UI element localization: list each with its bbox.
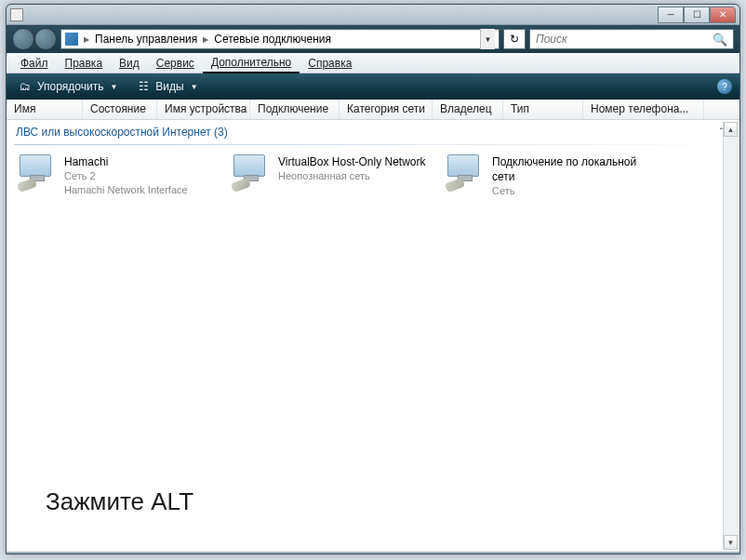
column-header[interactable]: Тип xyxy=(503,100,583,119)
menubar: Файл Правка Вид Сервис Дополнительно Спр… xyxy=(7,53,739,73)
items-container: Hamachi Сеть 2 Hamachi Network Interface… xyxy=(7,149,739,204)
window-icon xyxy=(10,8,23,21)
scroll-down-button[interactable]: ▼ xyxy=(724,535,738,550)
menu-tools[interactable]: Сервис xyxy=(148,54,203,73)
nav-buttons xyxy=(12,28,57,50)
minimize-button[interactable]: ─ xyxy=(658,7,684,23)
views-button[interactable]: ☷ Виды ▼ xyxy=(132,77,201,96)
command-bar: 🗂 Упорядочить ▼ ☷ Виды ▼ ? xyxy=(7,73,739,100)
help-button[interactable]: ? xyxy=(717,79,732,94)
forward-button[interactable] xyxy=(34,28,57,50)
column-header[interactable]: Номер телефона... xyxy=(583,100,704,119)
maximize-button[interactable]: ☐ xyxy=(684,7,710,23)
group-divider xyxy=(14,144,732,145)
item-text: VirtualBox Host-Only Network Неопознанна… xyxy=(278,154,426,183)
titlebar[interactable]: ─ ☐ ✕ xyxy=(7,5,739,25)
network-adapter-icon xyxy=(20,154,57,188)
item-name: VirtualBox Host-Only Network xyxy=(278,154,426,169)
location-icon xyxy=(65,33,78,46)
organize-label: Упорядочить xyxy=(37,80,103,93)
item-name: Подключение по локальной сети xyxy=(492,154,650,184)
scroll-up-button[interactable]: ▲ xyxy=(724,122,738,137)
column-header[interactable]: Имя устройства xyxy=(157,100,250,119)
item-status: Неопознанная сеть xyxy=(278,169,426,183)
connection-item[interactable]: Hamachi Сеть 2 Hamachi Network Interface xyxy=(14,151,228,202)
group-header[interactable]: ЛВС или высокоскоростной Интернет (3) ˆ xyxy=(7,120,739,144)
chevron-down-icon: ▼ xyxy=(191,83,198,91)
menu-edit[interactable]: Правка xyxy=(57,54,112,73)
column-header[interactable]: Владелец xyxy=(433,100,503,119)
item-text: Hamachi Сеть 2 Hamachi Network Interface xyxy=(64,154,188,197)
views-label: Виды xyxy=(155,80,183,93)
column-header[interactable]: Подключение xyxy=(250,100,340,119)
overlay-instruction: Зажмите ALT xyxy=(40,482,203,526)
window-controls: ─ ☐ ✕ xyxy=(658,7,736,23)
breadcrumb-current[interactable]: Сетевые подключения xyxy=(214,33,331,46)
breadcrumb-root[interactable]: Панель управления xyxy=(95,33,197,46)
address-dropdown[interactable]: ▼ xyxy=(480,29,495,49)
menu-advanced[interactable]: Дополнительно xyxy=(203,53,300,73)
connection-item[interactable]: VirtualBox Host-Only Network Неопознанна… xyxy=(228,151,442,202)
chevron-down-icon: ▼ xyxy=(110,83,117,91)
item-text: Подключение по локальной сети Сеть xyxy=(492,154,650,198)
close-button[interactable]: ✕ xyxy=(710,7,736,23)
search-icon[interactable]: 🔍 xyxy=(713,33,727,47)
column-headers: ИмяСостояниеИмя устройстваПодключениеКат… xyxy=(7,100,739,120)
refresh-button[interactable]: ↻ xyxy=(503,29,526,49)
item-name: Hamachi xyxy=(64,154,188,169)
breadcrumb-sep-icon: ▶ xyxy=(203,35,208,44)
address-bar: ▶ Панель управления ▶ Сетевые подключени… xyxy=(7,25,739,53)
connection-item[interactable]: Подключение по локальной сети Сеть xyxy=(442,151,656,202)
address-field[interactable]: ▶ Панель управления ▶ Сетевые подключени… xyxy=(60,29,500,49)
search-field[interactable]: 🔍 xyxy=(529,29,734,49)
explorer-window: ─ ☐ ✕ ▶ Панель управления ▶ Сетевые подк… xyxy=(6,4,740,554)
organize-icon: 🗂 xyxy=(18,79,33,94)
search-input[interactable] xyxy=(536,33,713,46)
menu-view[interactable]: Вид xyxy=(111,54,148,73)
column-header[interactable]: Категория сети xyxy=(340,100,433,119)
back-button[interactable] xyxy=(12,28,34,50)
menu-help[interactable]: Справка xyxy=(300,54,360,73)
column-header[interactable]: Состояние xyxy=(83,100,157,119)
item-status: Сеть 2 xyxy=(64,169,188,183)
menu-file[interactable]: Файл xyxy=(12,54,57,73)
vertical-scrollbar[interactable]: ▲ ▼ xyxy=(723,122,738,550)
network-adapter-icon xyxy=(447,154,485,188)
views-icon: ☷ xyxy=(136,79,151,94)
organize-button[interactable]: 🗂 Упорядочить ▼ xyxy=(14,77,121,96)
column-header[interactable]: Имя xyxy=(7,100,83,119)
item-status: Сеть xyxy=(492,184,650,198)
group-label: ЛВС или высокоскоростной Интернет (3) xyxy=(16,126,228,139)
breadcrumb-sep-icon: ▶ xyxy=(84,35,89,44)
item-device: Hamachi Network Interface xyxy=(64,183,188,197)
network-adapter-icon xyxy=(233,154,271,188)
content-area: ЛВС или высокоскоростной Интернет (3) ˆ … xyxy=(7,120,739,552)
